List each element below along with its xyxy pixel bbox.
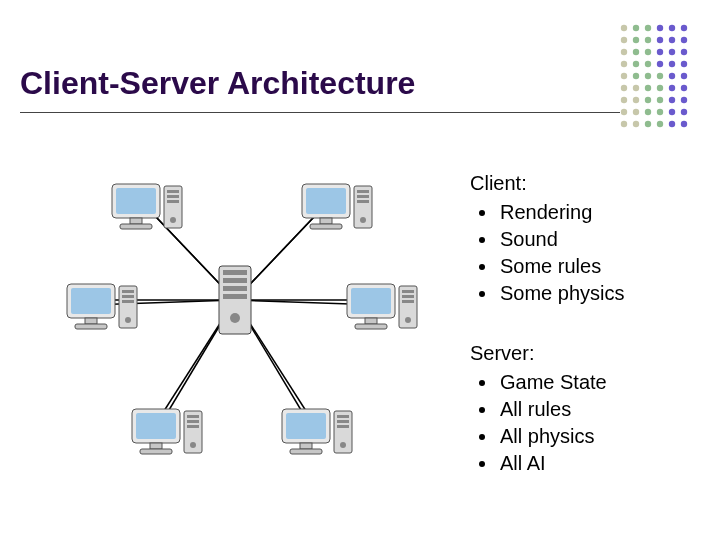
svg-point-45 <box>657 109 663 115</box>
server-bullet: All AI <box>498 450 607 477</box>
server-bullet: All rules <box>498 396 607 423</box>
svg-point-38 <box>645 97 651 103</box>
svg-point-36 <box>621 97 627 103</box>
svg-point-32 <box>645 85 651 91</box>
svg-point-46 <box>669 109 675 115</box>
svg-point-30 <box>621 85 627 91</box>
svg-point-4 <box>669 25 675 31</box>
client-bullet: Sound <box>498 226 625 253</box>
svg-point-24 <box>621 73 627 79</box>
svg-point-2 <box>645 25 651 31</box>
server-block: Server: Game State All rules All physics… <box>470 340 607 477</box>
client-bullet: Some physics <box>498 280 625 307</box>
svg-point-12 <box>621 49 627 55</box>
slide: Client-Server Architecture <box>0 0 720 540</box>
svg-point-1 <box>633 25 639 31</box>
server-bullet-list: Game State All rules All physics All AI <box>470 369 607 477</box>
client-bullet: Rendering <box>498 199 625 226</box>
svg-point-34 <box>669 85 675 91</box>
client-pc-icon <box>302 184 372 229</box>
svg-point-7 <box>633 37 639 43</box>
svg-point-23 <box>681 61 687 67</box>
server-bullet: Game State <box>498 369 607 396</box>
svg-point-3 <box>657 25 663 31</box>
svg-point-41 <box>681 97 687 103</box>
svg-point-29 <box>681 73 687 79</box>
title-underline <box>20 112 620 113</box>
svg-point-53 <box>681 121 687 127</box>
svg-point-50 <box>645 121 651 127</box>
svg-point-22 <box>669 61 675 67</box>
svg-point-18 <box>621 61 627 67</box>
client-pc-icon <box>67 284 137 329</box>
server-tower-icon <box>219 266 251 334</box>
svg-point-37 <box>633 97 639 103</box>
svg-point-27 <box>657 73 663 79</box>
slide-title: Client-Server Architecture <box>20 65 415 102</box>
svg-point-20 <box>645 61 651 67</box>
svg-point-43 <box>633 109 639 115</box>
client-bullet: Some rules <box>498 253 625 280</box>
svg-point-25 <box>633 73 639 79</box>
svg-point-13 <box>633 49 639 55</box>
decorative-dot-grid-icon <box>618 22 708 130</box>
svg-point-33 <box>657 85 663 91</box>
svg-point-28 <box>669 73 675 79</box>
svg-point-35 <box>681 85 687 91</box>
svg-point-51 <box>657 121 663 127</box>
svg-point-52 <box>669 121 675 127</box>
svg-point-42 <box>621 109 627 115</box>
svg-point-19 <box>633 61 639 67</box>
network-diagram <box>40 150 430 480</box>
svg-point-5 <box>681 25 687 31</box>
svg-point-8 <box>645 37 651 43</box>
client-pc-icon <box>112 184 182 229</box>
svg-point-26 <box>645 73 651 79</box>
svg-point-17 <box>681 49 687 55</box>
svg-point-47 <box>681 109 687 115</box>
svg-point-6 <box>621 37 627 43</box>
svg-point-48 <box>621 121 627 127</box>
svg-point-40 <box>669 97 675 103</box>
client-pc-icon <box>347 284 417 329</box>
svg-point-11 <box>681 37 687 43</box>
client-bullet-list: Rendering Sound Some rules Some physics <box>470 199 625 307</box>
server-bullet: All physics <box>498 423 607 450</box>
svg-point-14 <box>645 49 651 55</box>
svg-point-39 <box>657 97 663 103</box>
svg-point-49 <box>633 121 639 127</box>
svg-point-31 <box>633 85 639 91</box>
client-pc-icon <box>282 409 352 454</box>
svg-point-44 <box>645 109 651 115</box>
svg-point-16 <box>669 49 675 55</box>
svg-point-15 <box>657 49 663 55</box>
svg-point-0 <box>621 25 627 31</box>
client-pc-icon <box>132 409 202 454</box>
svg-point-10 <box>669 37 675 43</box>
client-block: Client: Rendering Sound Some rules Some … <box>470 170 625 307</box>
server-heading: Server: <box>470 340 607 367</box>
svg-point-9 <box>657 37 663 43</box>
client-heading: Client: <box>470 170 625 197</box>
svg-point-21 <box>657 61 663 67</box>
